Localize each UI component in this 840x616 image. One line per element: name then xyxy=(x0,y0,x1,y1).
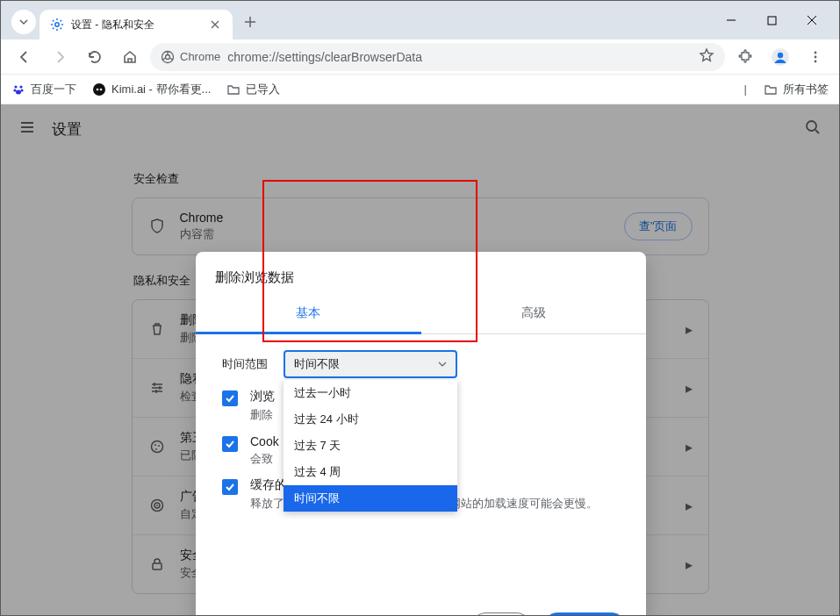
time-range-select[interactable]: 时间不限 xyxy=(284,350,457,378)
new-tab-button[interactable] xyxy=(238,10,262,34)
cancel-button[interactable]: 取消 xyxy=(470,612,532,617)
back-button[interactable] xyxy=(10,42,39,72)
svg-point-3 xyxy=(166,54,170,59)
paw-icon xyxy=(11,82,25,97)
bookmark-star-icon[interactable] xyxy=(699,47,714,66)
browser-tab[interactable]: 设置 - 隐私和安全 xyxy=(39,10,233,39)
forward-button xyxy=(45,42,75,72)
folder-icon xyxy=(764,82,778,97)
clear-data-dialog: 删除浏览数据 基本 高级 时间范围 时间不限 过去一小时 过去 24 小时 过去… xyxy=(196,252,646,616)
reload-button[interactable] xyxy=(80,42,110,72)
option-last-4w[interactable]: 过去 4 周 xyxy=(284,459,457,485)
option-last-24h[interactable]: 过去 24 小时 xyxy=(284,406,457,433)
chevron-down-icon xyxy=(438,358,447,371)
option-all-time[interactable]: 时间不限 xyxy=(284,485,457,512)
time-range-dropdown: 过去一小时 过去 24 小时 过去 7 天 过去 4 周 时间不限 xyxy=(284,380,457,512)
profile-button[interactable] xyxy=(765,42,795,72)
kimi-icon xyxy=(92,82,106,97)
delete-data-button[interactable]: 删除数据 xyxy=(542,612,627,617)
svg-point-9 xyxy=(14,85,17,88)
svg-point-7 xyxy=(815,55,817,58)
bookmark-kimi[interactable]: Kimi.ai - 帮你看更... xyxy=(92,82,211,97)
bookmark-imported[interactable]: 已导入 xyxy=(226,82,280,97)
minimize-button[interactable] xyxy=(711,6,751,34)
svg-rect-1 xyxy=(768,17,776,25)
svg-point-6 xyxy=(815,51,817,54)
checkbox-cookies[interactable] xyxy=(222,436,238,452)
svg-point-5 xyxy=(778,52,783,57)
menu-button[interactable] xyxy=(801,42,830,72)
folder-icon xyxy=(226,82,241,97)
svg-point-14 xyxy=(93,83,105,96)
svg-point-12 xyxy=(20,89,23,91)
home-button[interactable] xyxy=(115,42,145,72)
svg-point-13 xyxy=(16,90,21,94)
url-text: chrome://settings/clearBrowserData xyxy=(227,50,422,64)
tabs-dropdown[interactable] xyxy=(11,10,36,34)
gear-icon xyxy=(50,18,64,32)
dialog-title: 删除浏览数据 xyxy=(196,252,646,295)
address-bar[interactable]: Chrome chrome://settings/clearBrowserDat… xyxy=(150,43,725,71)
all-bookmarks[interactable]: | 所有书签 xyxy=(743,82,829,97)
svg-point-8 xyxy=(815,60,817,62)
svg-point-11 xyxy=(13,89,16,91)
window-close-button[interactable] xyxy=(792,6,832,34)
option-last-7d[interactable]: 过去 7 天 xyxy=(284,433,457,459)
option-last-hour[interactable]: 过去一小时 xyxy=(284,380,457,406)
tab-title: 设置 - 隐私和安全 xyxy=(71,18,201,32)
checkbox-cache[interactable] xyxy=(222,479,238,495)
svg-point-10 xyxy=(19,85,22,88)
extensions-button[interactable] xyxy=(730,42,760,72)
tab-advanced[interactable]: 高级 xyxy=(421,295,647,333)
time-range-label: 时间范围 xyxy=(222,356,268,372)
svg-point-16 xyxy=(100,88,103,90)
svg-point-0 xyxy=(55,23,59,26)
maximize-button[interactable] xyxy=(751,6,792,34)
checkbox-history[interactable] xyxy=(222,390,238,406)
svg-point-15 xyxy=(97,88,99,90)
bookmark-baidu[interactable]: 百度一下 xyxy=(11,82,76,97)
tab-basic[interactable]: 基本 xyxy=(196,295,421,334)
chrome-chip: Chrome xyxy=(161,50,220,64)
close-icon[interactable] xyxy=(208,18,222,32)
